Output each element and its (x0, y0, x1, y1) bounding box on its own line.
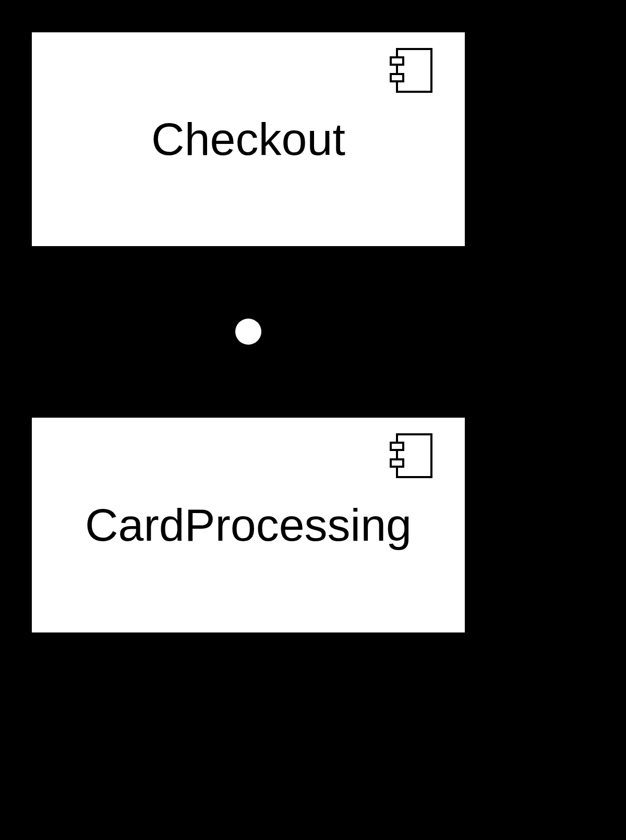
svg-rect-4 (391, 443, 403, 450)
svg-rect-5 (391, 459, 403, 467)
svg-rect-2 (391, 74, 403, 81)
interface-lollipop-icon (235, 319, 261, 345)
component-icon (390, 433, 432, 480)
component-label-checkout: Checkout (151, 113, 345, 166)
component-label-card-processing: CardProcessing (85, 498, 412, 552)
svg-rect-0 (397, 49, 431, 92)
svg-rect-3 (397, 434, 431, 477)
component-checkout: Checkout (30, 30, 467, 248)
component-icon (390, 48, 432, 95)
svg-rect-1 (391, 57, 403, 65)
component-card-processing: CardProcessing (30, 416, 467, 635)
